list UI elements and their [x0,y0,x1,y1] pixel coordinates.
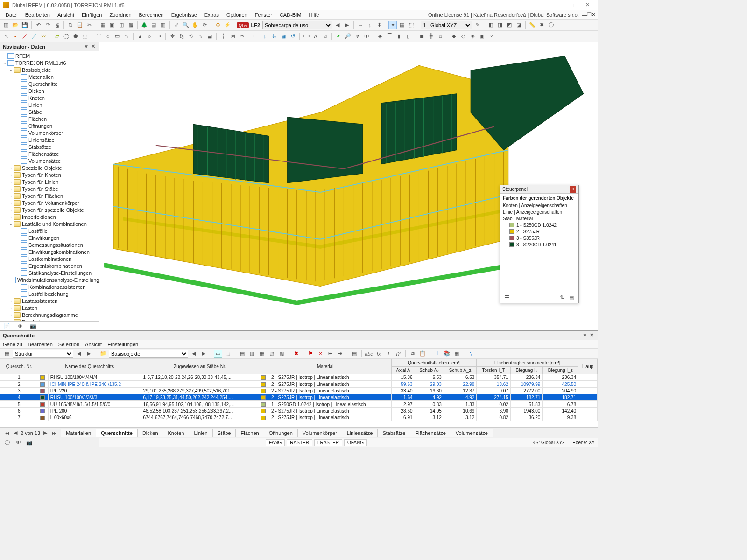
check-icon[interactable]: ✔ [334,32,343,41]
cut-icon[interactable]: ✂ [85,21,93,29]
bt-fx-b-icon[interactable]: fx [374,350,383,358]
table-row[interactable]: 1RHSU 100/100/4/4/4/41-5,7-12,18,20-22,2… [0,374,598,381]
bt-clear-icon[interactable]: ⨯ [316,350,324,358]
display-3-icon[interactable]: ◩ [505,21,514,29]
set-icon[interactable]: ⬚ [81,32,89,41]
bt-select-mode-icon[interactable]: ▭ [214,350,222,358]
member-icon[interactable]: ／ [30,32,38,41]
bt-delete-icon[interactable]: ✖ [292,350,300,358]
tree-bemessungssituationen[interactable]: Bemessungssituationen [0,241,99,248]
tree-basisobjekte[interactable]: ⌄Basisobjekte [0,66,99,73]
bp-menu-ansicht[interactable]: Ansicht [85,342,102,347]
view-top-icon[interactable]: ▔ [385,32,394,41]
bp-menu-bearbeiten[interactable]: Bearbeiten [28,342,53,347]
tree-typen-für-flächen[interactable]: ›Typen für Flächen [0,192,99,199]
struct-icon[interactable]: ▦ [3,350,11,358]
display-1-icon[interactable]: ◧ [486,21,495,29]
panel-list-icon[interactable]: ☰ [503,294,511,302]
trim-icon[interactable]: ✂ [238,32,246,41]
tree-imperfektionen[interactable]: ›Imperfektionen [0,213,99,220]
view-iso-icon[interactable]: ◈ [376,32,384,41]
support-icon[interactable]: ▲ [136,32,144,41]
tree-lastkombinationen[interactable]: Lastkombinationen [0,255,99,262]
move-icon[interactable]: ✥ [168,32,176,41]
footer-tab-querschnitte[interactable]: Querschnitte [96,429,138,437]
footer-tab-volumensätze[interactable]: Volumensätze [451,429,493,437]
display-4-icon[interactable]: ◪ [514,21,523,29]
tree-dicken[interactable]: Dicken [0,87,99,94]
load-line-icon[interactable]: ⇊ [270,32,278,41]
sp-material[interactable]: 2 - S275JR [503,228,576,235]
menu-datei[interactable]: Datei [2,12,21,18]
bt-excel-icon[interactable]: ▦ [452,350,461,358]
sb-toggle-fang[interactable]: FANG [266,439,285,446]
bt-row-e-icon[interactable]: ▨ [277,350,286,358]
bt-section-icon[interactable]: Ⅰ [433,350,441,358]
bt-rect-select-icon[interactable]: ⬚ [224,350,232,358]
basis-select[interactable]: Basisobjekte [109,350,188,358]
table-row[interactable]: 2ICI-MIN IPE 240 & IPE 240 /135.22 - S27… [0,381,598,387]
panel-pin-icon[interactable]: ▾ [83,43,90,49]
table-row[interactable]: 6IPE 20046,52,58,103,237,251,253,256,263… [0,407,598,414]
menu-extras[interactable]: Extras [201,12,223,18]
display-2-icon[interactable]: ◨ [496,21,504,29]
measure-icon[interactable]: 📏 [528,21,536,29]
footer-tab-flächen[interactable]: Flächen [235,429,264,437]
bt-fx-d-icon[interactable]: f? [394,350,402,358]
extrude-icon[interactable]: ⬓ [205,32,214,41]
tree-spezielle-objekte[interactable]: ›Spezielle Objekte [0,164,99,171]
misc-d-icon[interactable]: ▣ [478,32,486,41]
extend-icon[interactable]: ⟶ [247,32,255,41]
loadcase-select[interactable]: Sobrecarga de uso [262,21,332,29]
tree-flächen[interactable]: Flächen [0,115,99,122]
viewport-3d[interactable]: Steuerpanel × Farben der gerenderten Obj… [99,42,598,330]
bt-list-icon[interactable]: ▤ [350,350,359,358]
misc-c-icon[interactable]: ◈ [468,32,477,41]
menu-ansicht[interactable]: Ansicht [54,12,78,18]
tree-model[interactable]: ⌄TORREJON RML1.rf6 [0,59,99,66]
tree-windsimulationsanalyse-einstellungen[interactable]: Windsimulationsanalyse-Einstellungen [0,276,99,283]
tree-öffnungen[interactable]: Öffnungen [0,122,99,129]
misc-a-icon[interactable]: ◆ [450,32,458,41]
workspace-icon[interactable]: ⬚ [407,21,416,29]
sb-cam-icon[interactable]: 📷 [25,438,34,447]
surface-icon[interactable]: ▱ [53,32,61,41]
maximize-button[interactable]: □ [565,2,580,8]
misc-b-icon[interactable]: ◇ [459,32,467,41]
tree-einwirkungskombinationen[interactable]: Einwirkungskombinationen [0,248,99,255]
open-icon[interactable]: 📂 [11,21,20,29]
tree-typen-für-knoten[interactable]: ›Typen für Knoten [0,171,99,178]
tree-einwirkungen[interactable]: Einwirkungen [0,234,99,241]
table-row[interactable]: 3IPE 22029,101,265,268,279,327,499,502,5… [0,387,598,394]
close-button[interactable]: ✕ [580,2,595,8]
control-panel-close-icon[interactable]: × [570,186,576,193]
calc-all-icon[interactable]: ⚡ [223,21,232,29]
tree-knoten[interactable]: Knoten [0,94,99,101]
opening-icon[interactable]: ◯ [62,32,70,41]
view-wire-icon[interactable]: ▦ [99,21,107,29]
select-icon[interactable]: ↖ [2,32,10,41]
struct-select[interactable]: Struktur [13,350,73,358]
polyline-icon[interactable]: 〰 [39,32,48,41]
info-icon[interactable]: ⓘ [547,21,555,29]
paste-icon[interactable]: 📋 [76,21,84,29]
copy-icon[interactable]: ⧉ [66,21,75,29]
solid-icon[interactable]: ⬢ [71,32,80,41]
load-moment-icon[interactable]: ↺ [289,32,297,41]
bt-flag-icon[interactable]: ⚑ [306,350,315,358]
calc-icon[interactable]: ⚙ [214,21,222,29]
tree-lastfallbeziehung[interactable]: Lastfallbeziehung [0,290,99,297]
tree-liniensätze[interactable]: Liniensätze [0,136,99,143]
sb-toggle-raster[interactable]: RASTER [287,439,312,446]
mdi-close[interactable]: ✕ [592,12,596,18]
sp-material[interactable]: 3 - S355JR [503,235,576,241]
bt-row-c-icon[interactable]: ▦ [258,350,266,358]
tree-lasten[interactable]: ›Lasten [0,304,99,311]
dimen-icon[interactable]: ⟷ [302,32,310,41]
menu-ergebnisse[interactable]: Ergebnisse [168,12,201,18]
tree-typen-für-linien[interactable]: ›Typen für Linien [0,178,99,185]
menu-fenster[interactable]: Fenster [251,12,276,18]
bottom-close-icon[interactable]: ✕ [588,332,595,338]
tree-linien[interactable]: Linien [0,101,99,108]
sb-eye-icon[interactable]: 👁 [14,438,22,447]
